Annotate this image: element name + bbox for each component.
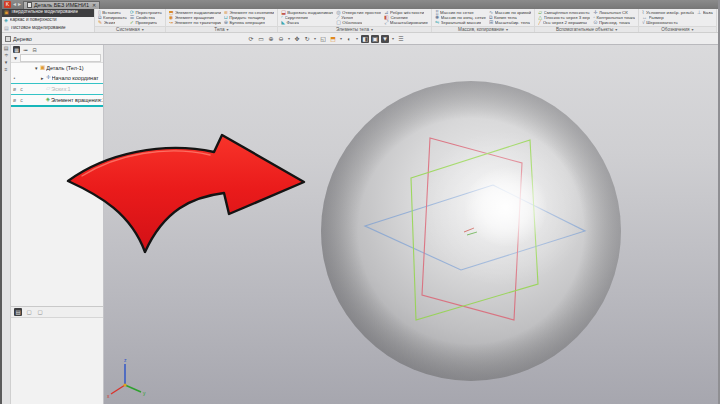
tree-structure-icon[interactable]: ▦ xyxy=(13,46,20,53)
tree-filter-row: ▼ xyxy=(11,54,103,62)
pan-icon[interactable]: ✥ xyxy=(293,35,301,43)
tree-filter-input[interactable] xyxy=(20,54,101,62)
sheet-metal-icon: ▤ xyxy=(4,26,9,31)
ribbon-group-footer[interactable]: Массив, копирование▾ xyxy=(432,26,534,32)
ribbon-button-label: Оболочка xyxy=(342,20,362,25)
ribbon-button[interactable]: ╱Ось через 2 вершины xyxy=(538,20,590,25)
refresh-view-icon[interactable]: ⟳ xyxy=(247,35,255,43)
tree-sections-icon[interactable]: ≔ xyxy=(22,46,29,53)
ribbon-button-icon: √ xyxy=(642,20,645,25)
ribbon-button[interactable]: ⤢Масштабирование xyxy=(384,20,428,25)
ribbon-button[interactable]: ◣Фаска xyxy=(281,20,333,25)
tree-row-status-icon[interactable]: • xyxy=(11,76,18,81)
panel-parameters-icon[interactable]: ≑ xyxy=(4,53,8,58)
ribbon-button[interactable]: ✎Эскиз xyxy=(98,20,127,25)
hide-objects-icon[interactable]: ▣ xyxy=(371,35,379,43)
display-mode-icon[interactable]: ◐ xyxy=(345,35,353,43)
tree-panel-title: Дерево xyxy=(13,36,32,42)
tree-row-section-icon[interactable]: c xyxy=(18,98,25,103)
panel-pin-icon[interactable]: ▾ xyxy=(5,60,8,65)
ribbon-button[interactable]: ▢Оболочка xyxy=(336,20,381,25)
tree-row-label: Начало координат xyxy=(52,75,99,81)
ribbon-button[interactable]: ↝Элемент по траектории xyxy=(169,20,221,25)
model-tree: ▾▣Деталь (Тел-1)•▸✛Начало координатøc▱Эс… xyxy=(11,62,103,107)
view-options-icon[interactable]: ☰ xyxy=(397,35,405,43)
tree-row[interactable]: øc▱Эскиз:1 xyxy=(11,83,103,94)
ribbon-mode-stack: ▣Твердотельное моделирование◈Каркас и по… xyxy=(2,9,95,32)
nav-back-icon[interactable]: ◂ xyxy=(13,0,16,9)
ribbon-group-items: ⬒Элемент выдавливания◉Элемент вращения↝Э… xyxy=(166,9,277,26)
zoom-window-icon[interactable]: ▭ xyxy=(257,35,265,43)
ribbon-button[interactable]: √Шероховатость xyxy=(642,20,694,25)
tree-composition-icon[interactable]: ⊟ xyxy=(31,46,38,53)
tree-row-section-icon[interactable]: c xyxy=(18,87,25,92)
tree-row[interactable]: øc◈Элемент вращения:1 xyxy=(11,94,103,107)
orientation-icon[interactable]: ⬒ xyxy=(329,35,337,43)
ribbon-button-icon: ◣ xyxy=(281,20,285,25)
ribbon-mode-label: Листовое моделирование xyxy=(11,26,66,31)
ribbon-mode-item[interactable]: ◈Каркас и поверхности xyxy=(2,17,94,25)
ribbon-button-label: Эскиз xyxy=(104,20,116,25)
ribbon-button[interactable]: ⊥База xyxy=(697,10,713,15)
rotate-dropdown-arrow-icon[interactable]: ▾ xyxy=(313,35,317,43)
ribbon-button-icon: ⊕ xyxy=(224,20,228,25)
ribbon-button-icon: ⤢ xyxy=(384,20,388,25)
ribbon-group-footer[interactable]: Системная▾ xyxy=(95,26,165,32)
section-view-icon[interactable]: ◧ xyxy=(361,35,369,43)
panel-tree-icon[interactable]: ▤ xyxy=(4,46,9,51)
ribbon-mode-label: Каркас и поверхности xyxy=(10,18,57,23)
viewport-3d[interactable]: z x y xyxy=(104,45,718,404)
display-dropdown-arrow-icon[interactable]: ▾ xyxy=(355,35,359,43)
zoom-dropdown-arrow-icon[interactable]: ▾ xyxy=(287,35,291,43)
view-toolbar: Дерево ⟳▭⊕⊖▾✥↻▾◱⬒▾◐▾◧▣▼▾☰ xyxy=(2,33,718,45)
tree-row-status-icon[interactable]: ø xyxy=(11,87,18,92)
tree-panel-icon xyxy=(5,36,11,42)
ribbon-button[interactable]: ⊞Масштабир. тела xyxy=(489,20,531,25)
group-dropdown-arrow-icon: ▾ xyxy=(692,27,694,32)
panel-tab-messages[interactable]: ▢ xyxy=(36,308,44,316)
panel-list-icon[interactable]: ≡ xyxy=(5,67,8,72)
ribbon-group: ⬓Вырезать выдавливанием◜Скругление◣Фаска… xyxy=(278,9,432,32)
ribbon-button[interactable]: ⊕Булева операция xyxy=(224,20,274,25)
filter-funnel-icon[interactable]: ▼ xyxy=(13,55,18,61)
ribbon-button-icon: ⊥ xyxy=(697,10,701,15)
document-tab[interactable]: Деталь БЕЗ ИМЕНИ1 ✕ xyxy=(23,1,100,9)
ribbon-group-footer[interactable]: Обозначения▾ xyxy=(639,26,716,32)
ribbon-button-icon: ✓ xyxy=(130,20,134,25)
ribbon-button-icon: ⊙ xyxy=(593,20,597,25)
ribbon-group-items: ▯Вставить⧉Копировать✎Эскиз⟳Перестроить☰С… xyxy=(95,9,165,26)
ribbon-button[interactable]: ✓Проверить xyxy=(130,20,162,25)
panel-tab-tree[interactable]: ▤ xyxy=(14,308,22,316)
ribbon-group-footer[interactable]: Тела▾ xyxy=(166,26,277,32)
ribbon-group-footer[interactable]: Вспомогательные объекты▾ xyxy=(535,26,638,32)
app-logo-icon: K xyxy=(4,1,11,8)
rotate-icon[interactable]: ↻ xyxy=(303,35,311,43)
ribbon-mode-label: Твердотельное моделирование xyxy=(11,10,78,15)
filter-dropdown-arrow-icon[interactable]: ▾ xyxy=(391,35,395,43)
ribbon-group-footer[interactable]: Элементы тела▾ xyxy=(278,26,431,32)
tree-row[interactable]: ▾▣Деталь (Тел-1) xyxy=(11,63,103,73)
ribbon-mode-item[interactable]: ▤Листовое моделирование xyxy=(2,24,94,32)
tree-row-label: Элемент вращения:1 xyxy=(51,97,103,103)
ribbon-button[interactable]: ⊙Присоед. точка xyxy=(593,20,635,25)
zoom-out-icon[interactable]: ⊖ xyxy=(277,35,285,43)
ribbon-mode-active[interactable]: ▣Твердотельное моделирование xyxy=(2,9,94,17)
orientation-dropdown-arrow-icon[interactable]: ▾ xyxy=(339,35,343,43)
ribbon-button[interactable]: ⇋Зеркальный массив xyxy=(435,20,486,25)
surfaces-icon: ◈ xyxy=(4,18,8,23)
filter-objects-icon[interactable]: ▼ xyxy=(381,35,389,43)
tab-close-icon[interactable]: ✕ xyxy=(92,2,96,8)
document-icon xyxy=(27,2,32,8)
tree-row-status-icon[interactable]: ø xyxy=(11,98,18,103)
ribbon-button-label: Фаска xyxy=(286,20,298,25)
ribbon-button-label: База xyxy=(703,10,713,15)
tree-row[interactable]: •▸✛Начало координат xyxy=(11,73,103,83)
part-icon: ▣ xyxy=(40,65,45,71)
show-all-icon[interactable]: ◱ xyxy=(319,35,327,43)
panel-tab-parameters[interactable]: ▢ xyxy=(25,308,33,316)
group-dropdown-arrow-icon: ▾ xyxy=(227,27,229,32)
tree-empty-area xyxy=(11,107,103,306)
nav-forward-icon[interactable]: ▸ xyxy=(18,0,21,9)
zoom-in-icon[interactable]: ⊕ xyxy=(267,35,275,43)
titlebar: K ◂ ▸ Деталь БЕЗ ИМЕНИ1 ✕ xyxy=(2,0,718,9)
